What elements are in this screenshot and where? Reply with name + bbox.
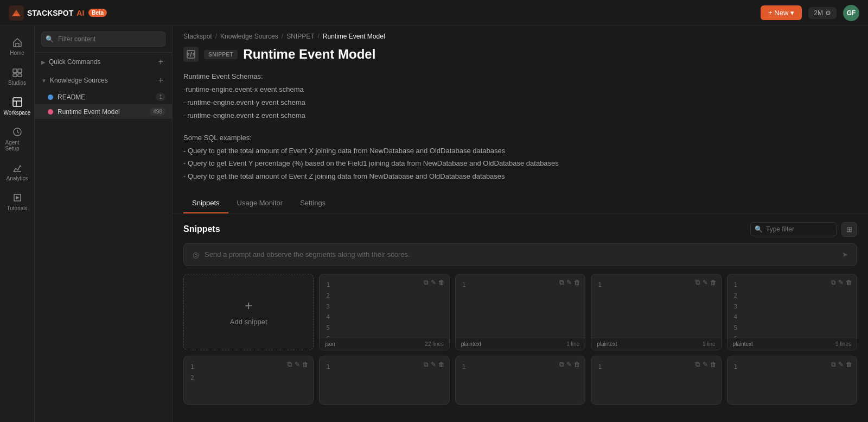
sidebar-item-runtime-event-model[interactable]: Runtime Event Model 498 — [35, 104, 172, 119]
sidebar-item-home[interactable]: Home — [2, 33, 33, 60]
card-4-type: plaintext — [733, 341, 753, 347]
card-r2-5-delete-icon[interactable]: 🗑 — [846, 361, 852, 368]
card-r2-4-copy-icon[interactable]: ⧉ — [695, 361, 700, 368]
snippet-card-row2-3[interactable]: ⧉ ✎ 🗑 1 — [455, 356, 585, 405]
search-input[interactable] — [41, 32, 165, 47]
card-2-copy-icon[interactable]: ⧉ — [559, 279, 564, 286]
tab-snippets[interactable]: Snippets — [183, 193, 228, 213]
description-line-3: –runtime-engine.event-z event schema — [183, 110, 857, 122]
card-r2-2-edit-icon[interactable]: ✎ — [431, 361, 436, 368]
card-1-delete-icon[interactable]: 🗑 — [438, 279, 445, 286]
sidebar-item-agent-setup[interactable]: Agent Setup — [2, 122, 33, 156]
card-1-edit-icon[interactable]: ✎ — [431, 279, 436, 286]
snippet-card-row2-5[interactable]: ⧉ ✎ 🗑 1 — [727, 356, 857, 405]
knowledge-sources-add-button[interactable]: + — [156, 75, 165, 85]
breadcrumb-knowledge-sources[interactable]: Knowledge Sources — [220, 33, 278, 40]
card-r2-2-delete-icon[interactable]: 🗑 — [438, 361, 445, 368]
card-2-actions: ⧉ ✎ 🗑 — [559, 279, 580, 286]
sidebar-item-readme[interactable]: README 1 — [35, 90, 172, 104]
card-1-type: json — [325, 341, 335, 347]
knowledge-sources-arrow: ▼ — [41, 78, 47, 84]
snippet-card-3[interactable]: ⧉ ✎ 🗑 1 plaintext 1 line — [591, 274, 721, 350]
card-2-footer: plaintext 1 line — [456, 338, 585, 350]
card-2-edit-icon[interactable]: ✎ — [566, 279, 572, 286]
card-3-delete-icon[interactable]: 🗑 — [710, 279, 717, 286]
card-r2-4-edit-icon[interactable]: ✎ — [703, 361, 708, 368]
tab-usage-monitor[interactable]: Usage Monitor — [228, 193, 292, 213]
card-1-copy-icon[interactable]: ⧉ — [424, 279, 429, 286]
runtime-dot — [48, 109, 53, 115]
snippet-grid-row2: ⧉ ✎ 🗑 1 2 ⧉ ✎ 🗑 1 — [183, 356, 857, 405]
sidebar-item-studios[interactable]: Studios — [2, 62, 33, 90]
studios-icon — [12, 67, 23, 78]
card-3-copy-icon[interactable]: ⧉ — [695, 279, 700, 286]
card-4-copy-icon[interactable]: ⧉ — [831, 279, 836, 286]
filter-search-icon: 🔍 — [755, 225, 763, 233]
add-snippet-plus-icon: + — [245, 298, 252, 313]
sidebar-item-analytics[interactable]: Analytics — [2, 158, 33, 186]
snippets-header: Snippets 🔍 ⊞ — [183, 222, 857, 237]
quick-commands-header[interactable]: ▶ Quick Commands + — [35, 53, 172, 71]
main-layout: Home Studios Workspace Agent Setup Analy… — [0, 26, 868, 422]
prompt-send-button[interactable]: ➤ — [842, 250, 848, 259]
card-4-lines: 9 lines — [835, 341, 851, 347]
card-r2-5-copy-icon[interactable]: ⧉ — [831, 361, 836, 368]
snippets-content: Snippets 🔍 ⊞ ◎ Send a prompt and observe… — [173, 213, 868, 422]
analytics-label: Analytics — [6, 175, 28, 181]
card-1-actions: ⧉ ✎ 🗑 — [424, 279, 445, 286]
card-r2-3-edit-icon[interactable]: ✎ — [566, 361, 572, 368]
avatar[interactable]: GF — [843, 5, 859, 21]
filter-input[interactable] — [750, 222, 837, 236]
breadcrumb-current: Runtime Event Model — [323, 33, 385, 40]
logo-text: STACKSPOT — [27, 9, 73, 17]
card-r2-1-copy-icon[interactable]: ⧉ — [288, 361, 292, 368]
agent-label: Agent Setup — [5, 140, 29, 152]
topbar-left: STACKSPOT AI Beta — [9, 5, 107, 21]
tab-settings[interactable]: Settings — [291, 193, 334, 213]
breadcrumb-snippet[interactable]: SNIPPET — [286, 33, 314, 40]
card-r2-2-copy-icon[interactable]: ⧉ — [424, 361, 429, 368]
card-r2-3-copy-icon[interactable]: ⧉ — [559, 361, 564, 368]
search-icon: 🔍 — [46, 35, 54, 43]
quick-commands-add-button[interactable]: + — [156, 57, 165, 67]
card-4-delete-icon[interactable]: 🗑 — [846, 279, 852, 286]
snippet-card-row2-4[interactable]: ⧉ ✎ 🗑 1 — [591, 356, 721, 405]
svg-rect-2 — [14, 14, 19, 16]
card-3-edit-icon[interactable]: ✎ — [703, 279, 708, 286]
sidebar-item-workspace[interactable]: Workspace — [2, 92, 33, 120]
snippet-card-row2-1[interactable]: ⧉ ✎ 🗑 1 2 — [183, 356, 314, 405]
readme-name: README — [58, 93, 85, 101]
card-1-lines: 22 lines — [425, 341, 443, 347]
snippet-card-row2-2[interactable]: ⧉ ✎ 🗑 1 — [319, 356, 449, 405]
card-4-edit-icon[interactable]: ✎ — [838, 279, 844, 286]
chevron-down-icon: ▾ — [790, 9, 794, 17]
card-2-lines: 1 line — [566, 341, 579, 347]
card-r2-4-delete-icon[interactable]: 🗑 — [710, 361, 717, 368]
description: Runtime Event Schemas: -runtime-engine.e… — [183, 68, 857, 125]
sidebar-item-tutorials[interactable]: Tutorials — [2, 188, 33, 216]
card-r2-5-edit-icon[interactable]: ✎ — [838, 361, 844, 368]
card-r2-1-edit-icon[interactable]: ✎ — [295, 361, 300, 368]
description-line-2: –runtime-engine.event-y event schema — [183, 97, 857, 109]
prompt-placeholder-text: Send a prompt and observe the segments a… — [205, 250, 837, 259]
snippets-title: Snippets — [183, 224, 220, 234]
plan-label: 2M — [814, 9, 823, 17]
studios-label: Studios — [8, 80, 26, 86]
card-3-actions: ⧉ ✎ 🗑 — [695, 279, 717, 286]
card-1-footer: json 22 lines — [320, 338, 449, 350]
snippet-card-1[interactable]: ⧉ ✎ 🗑 1 2 3 4 5 6 json 22 lines — [319, 274, 449, 350]
knowledge-sources-header[interactable]: ▼ Knowledge Sources + — [35, 71, 172, 90]
card-r2-3-delete-icon[interactable]: 🗑 — [574, 361, 580, 368]
topbar: STACKSPOT AI Beta + New ▾ 2M ⚙ GF — [0, 0, 868, 26]
new-button[interactable]: + New ▾ — [761, 5, 802, 20]
card-2-delete-icon[interactable]: 🗑 — [574, 279, 580, 286]
home-label: Home — [10, 50, 24, 56]
runtime-name: Runtime Event Model — [58, 108, 120, 116]
card-r2-1-delete-icon[interactable]: 🗑 — [302, 361, 309, 368]
card-4-actions: ⧉ ✎ 🗑 — [831, 279, 852, 286]
snippet-card-2[interactable]: ⧉ ✎ 🗑 1 plaintext 1 line — [455, 274, 585, 350]
grid-toggle-button[interactable]: ⊞ — [841, 222, 857, 237]
add-snippet-card[interactable]: + Add snippet — [183, 274, 314, 350]
snippet-card-4[interactable]: ⧉ ✎ 🗑 1 2 3 4 5 6 plaintext 9 lines — [727, 274, 857, 350]
breadcrumb-stackspot[interactable]: Stackspot — [183, 33, 212, 40]
